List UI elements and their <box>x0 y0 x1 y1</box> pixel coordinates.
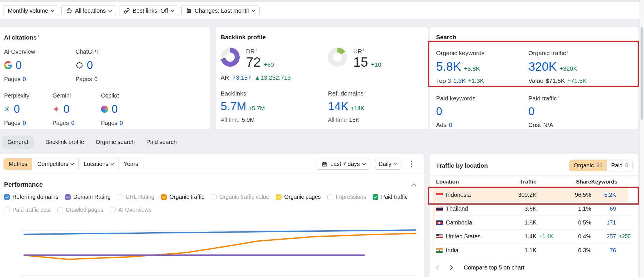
checkbox[interactable] <box>57 207 63 213</box>
column-share[interactable]: Share <box>557 179 591 185</box>
table-row-india[interactable]: India 1.1K 0.3% 76 <box>433 244 635 257</box>
segment-locations[interactable]: Locations <box>78 158 119 170</box>
paid-traffic-value-link[interactable]: 0 <box>528 105 534 117</box>
metric-organic-pages[interactable]: Organic pages <box>276 194 321 200</box>
scrollbar-thumb[interactable] <box>641 27 643 120</box>
previous-page-chevron-icon[interactable] <box>436 265 441 270</box>
ai-citations-panel: AI citationsi AI Overview 0 Pages0 ChatG… <box>0 27 210 129</box>
collapse-chevron-up-icon[interactable] <box>412 183 416 188</box>
all-locations-dropdown[interactable]: All locations <box>61 5 116 16</box>
gemini-pages-link[interactable]: 0 <box>71 120 74 126</box>
ads-value-link[interactable]: 0 <box>449 121 452 128</box>
chevron-down-icon <box>50 8 54 12</box>
checkbox[interactable] <box>327 194 333 200</box>
backlinks-delta: +5.7M <box>249 105 265 111</box>
column-location[interactable]: Location <box>436 179 502 185</box>
changes-dropdown[interactable]: Changes: Last month <box>181 5 260 16</box>
chatgpt-pages-link[interactable]: 0 <box>94 76 97 82</box>
keywords-link[interactable]: 5.2K <box>591 192 616 198</box>
column-keywords[interactable]: Keywords <box>591 179 616 185</box>
toggle-paid[interactable]: Paid0 <box>607 160 632 171</box>
tab-organic-search[interactable]: Organic search <box>96 136 135 149</box>
compare-top5-label[interactable]: Compare top 5 on chart <box>464 264 524 271</box>
column-traffic[interactable]: Traffic <box>502 179 536 185</box>
keywords-link[interactable]: 257 <box>591 233 616 240</box>
table-row-thailand[interactable]: Thailand 3.6K 1.1% 69 <box>433 202 635 216</box>
chatgpt-count[interactable]: 0 <box>87 59 93 72</box>
paid-keywords-value-link[interactable]: 0 <box>436 105 442 117</box>
toggle-organic[interactable]: Organic90 <box>569 160 607 171</box>
gemini-count[interactable]: 0 <box>63 103 70 115</box>
chevron-down-icon <box>70 162 74 165</box>
info-icon[interactable]: i <box>363 48 364 52</box>
checkbox[interactable] <box>65 194 71 200</box>
best-links-dropdown[interactable]: Best links: Off <box>119 5 178 16</box>
vertical-scrollbar[interactable] <box>640 0 644 277</box>
info-icon[interactable]: i <box>38 34 39 38</box>
checkbox[interactable] <box>4 207 10 213</box>
metric-domain-rating[interactable]: Domain Rating <box>65 194 110 200</box>
table-row-indonesia[interactable]: Indonesia 309.2K 96.5% 5.2K <box>433 188 635 202</box>
tab-backlink-profile[interactable]: Backlink profile <box>45 136 84 149</box>
metric-referring-domains[interactable]: Referring domains <box>4 194 58 200</box>
metric-organic-traffic[interactable]: Organic traffic <box>161 194 204 200</box>
date-range-dropdown[interactable]: Last 7 days <box>317 159 370 170</box>
info-icon[interactable]: i <box>256 48 257 52</box>
metric-paid-traffic[interactable]: Paid traffic <box>373 194 408 200</box>
metric-paid-traffic-cost[interactable]: Paid traffic cost <box>4 207 51 213</box>
link-icon <box>124 8 130 14</box>
ai-overview-pages-link[interactable]: 0 <box>23 76 26 82</box>
more-options-kebab-icon[interactable]: ⋮ <box>405 160 418 169</box>
ref-domains-alltime: All time15K <box>328 117 423 123</box>
keywords-link[interactable]: 76 <box>591 247 616 254</box>
table-row-cambodia[interactable]: Cambodia 1.6K 0.5% 171 <box>433 216 635 230</box>
info-icon[interactable]: i <box>567 49 568 54</box>
checkbox[interactable] <box>211 194 217 200</box>
next-page-chevron-icon[interactable] <box>448 265 453 270</box>
checkbox[interactable] <box>161 194 167 200</box>
segment-metrics[interactable]: Metrics <box>4 158 32 170</box>
monthly-volume-dropdown[interactable]: Monthly volume <box>3 5 58 16</box>
ai-overview-count[interactable]: 0 <box>16 59 22 72</box>
perplexity-count[interactable]: 0 <box>14 103 20 115</box>
info-icon[interactable]: i <box>365 90 366 94</box>
dr-value: 72 <box>246 55 261 70</box>
tab-paid-search[interactable]: Paid search <box>146 136 177 149</box>
info-icon[interactable]: i <box>477 95 478 99</box>
performance-controls: Metrics Competitors Locations Years Last… <box>0 154 424 174</box>
info-icon[interactable]: i <box>247 90 248 94</box>
chevron-down-icon <box>108 8 112 12</box>
segment-years[interactable]: Years <box>119 158 143 170</box>
perplexity-pages-link[interactable]: 0 <box>23 120 26 126</box>
segment-competitors[interactable]: Competitors <box>32 158 78 170</box>
info-icon[interactable]: i <box>486 49 487 54</box>
metric-organic-traffic-value[interactable]: Organic traffic value <box>211 194 269 200</box>
copilot-pages-link[interactable]: 0 <box>120 120 123 126</box>
granularity-dropdown[interactable]: Daily <box>374 159 401 170</box>
organic-keywords-value-link[interactable]: 5.8K <box>436 60 461 73</box>
checkbox[interactable] <box>276 194 281 200</box>
organic-traffic-label: Organic traffici <box>528 49 632 57</box>
ref-domains-value-link[interactable]: 14K <box>328 100 348 113</box>
copilot-count[interactable]: 0 <box>112 103 118 115</box>
best-links-label: Best links: Off <box>133 8 168 14</box>
tab-general[interactable]: General <box>2 136 34 149</box>
metric-impressions[interactable]: Impressions <box>327 194 366 200</box>
checkbox[interactable] <box>4 194 10 200</box>
ar-value-link[interactable]: 73,157 <box>232 74 251 81</box>
checkbox[interactable] <box>373 194 378 200</box>
backlinks-value-link[interactable]: 5.7M <box>221 100 246 113</box>
organic-traffic-value-link[interactable]: 320K <box>528 60 557 73</box>
ai-citations-row-2: Perplexity ✳ 0 Pages0 Gemini 0 <box>4 92 206 126</box>
table-row-united-states[interactable]: United States 1.4K +1.4K 0.4% 257 +255 <box>433 230 635 244</box>
keywords-link[interactable]: 171 <box>591 219 616 226</box>
checkbox[interactable] <box>110 207 116 213</box>
keywords-link[interactable]: 69 <box>591 205 616 212</box>
metric-crawled-pages[interactable]: Crawled pages <box>57 207 103 213</box>
checkbox[interactable] <box>117 194 123 200</box>
info-icon[interactable]: i <box>558 95 559 99</box>
top3-value-link[interactable]: 1.3K <box>453 77 465 84</box>
metric-ai-overviews[interactable]: AI Overviews <box>110 207 151 213</box>
organic-keywords-delta: +5.8K <box>464 65 480 72</box>
metric-url-rating[interactable]: URL Rating <box>117 194 154 200</box>
